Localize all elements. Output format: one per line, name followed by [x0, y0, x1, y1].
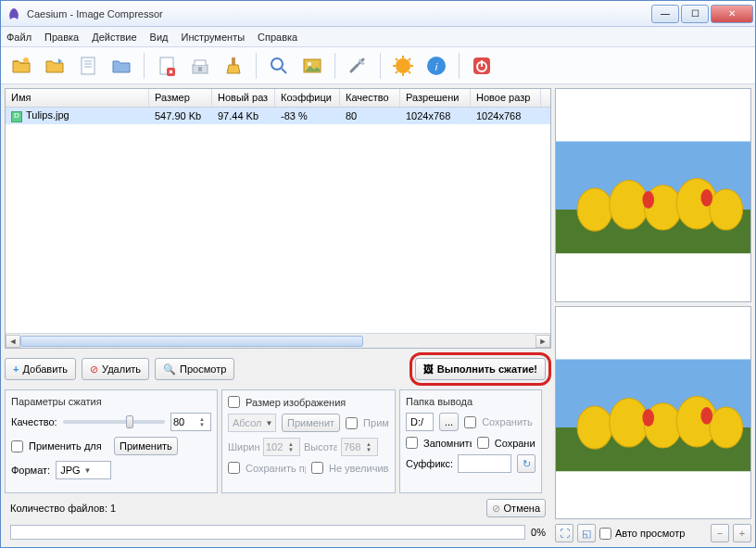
keep-ratio-checkbox[interactable]	[228, 462, 240, 474]
apply-all-checkbox[interactable]	[11, 440, 23, 452]
cell-ratio: -83 %	[275, 109, 340, 122]
settings-icon[interactable]	[343, 51, 372, 81]
horizontal-scrollbar[interactable]: ◄ ►	[6, 333, 550, 348]
svg-point-13	[308, 62, 311, 66]
preview-controls: ⛶ ◱ Авто просмотр − +	[555, 523, 751, 543]
picture-icon[interactable]	[297, 51, 327, 81]
browse-button[interactable]: ...	[439, 413, 459, 431]
close-button[interactable]: ✕	[711, 5, 753, 23]
add-button[interactable]: +Добавить	[5, 358, 76, 380]
remember-checkbox[interactable]	[406, 437, 418, 449]
cell-res: 1024x768	[400, 109, 471, 122]
menubar: Файл Правка Действие Вид Инструменты Спр…	[1, 27, 755, 47]
preview-button[interactable]: 🔍Просмотр	[155, 358, 234, 380]
maximize-button[interactable]: ☐	[681, 5, 709, 23]
quality-spinner[interactable]: 80▲▼	[170, 413, 211, 431]
zoom-out-icon[interactable]: −	[711, 524, 729, 542]
height-label: Высота	[304, 441, 337, 452]
suffix-input[interactable]	[458, 454, 511, 473]
file-list: Имя Размер Новый раз Коэффици Качество Р…	[5, 88, 551, 349]
col-newsize[interactable]: Новый раз	[212, 89, 275, 107]
fit-window-icon[interactable]: ◱	[577, 524, 596, 542]
progress-percent: 0%	[531, 527, 546, 538]
preview-original	[555, 88, 751, 302]
resize-apply-checkbox[interactable]	[346, 417, 358, 429]
menu-help[interactable]: Справка	[258, 32, 297, 43]
image-icon: 🖼	[423, 363, 434, 375]
suffix-label: Суффикс:	[406, 458, 452, 469]
zoom-icon[interactable]	[264, 51, 294, 81]
output-panel: Папка вывода ... Сохранить стр Запомнить…	[399, 389, 542, 493]
zoom-in-icon[interactable]: +	[733, 524, 751, 542]
progress-bar	[10, 525, 525, 540]
width-spinner[interactable]: 102▲▼	[263, 438, 300, 456]
fit-width-icon[interactable]: ⛶	[555, 524, 573, 542]
suffix-reset-button[interactable]: ↻	[517, 454, 536, 473]
col-quality[interactable]: Качество	[340, 89, 400, 107]
quality-label: Качество:	[11, 416, 57, 427]
compress-button[interactable]: 🖼Выполнить сжатие!	[415, 358, 546, 380]
svg-point-31	[577, 188, 612, 231]
svg-point-45	[710, 406, 743, 447]
svg-rect-8	[198, 67, 202, 71]
output-path-input[interactable]	[406, 413, 434, 431]
window-title: Caesium - Image Compressor	[27, 8, 651, 19]
svg-rect-1	[82, 57, 94, 74]
menu-file[interactable]: Файл	[6, 32, 32, 43]
height-spinner[interactable]: 768▲▼	[341, 438, 378, 456]
svg-line-11	[282, 69, 286, 73]
file-count-label: Количество файлов: 1	[10, 503, 116, 514]
col-newres[interactable]: Новое разр	[471, 89, 541, 107]
no-enlarge-checkbox[interactable]	[311, 462, 323, 474]
cell-size: 547.90 Kb	[149, 109, 212, 122]
svg-point-10	[271, 58, 283, 70]
resize-checkbox[interactable]	[228, 396, 240, 408]
titlebar: Caesium - Image Compressor — ☐ ✕	[1, 1, 755, 27]
format-select[interactable]: JPG▼	[56, 461, 111, 479]
apply-button[interactable]: Применить	[114, 437, 178, 455]
svg-rect-9	[232, 57, 235, 65]
svg-point-0	[23, 57, 29, 63]
file-type-icon	[11, 111, 22, 122]
menu-tools[interactable]: Инструменты	[181, 32, 245, 43]
clear-icon[interactable]	[219, 51, 248, 81]
keep-struct-checkbox[interactable]	[464, 416, 476, 428]
resize-apply-button[interactable]: Применит	[282, 414, 340, 432]
svg-point-14	[396, 58, 410, 73]
quality-slider[interactable]	[63, 420, 165, 424]
auto-preview-checkbox[interactable]	[599, 528, 611, 540]
remove-button[interactable]: ⊘Удалить	[82, 358, 149, 380]
col-name[interactable]: Имя	[6, 89, 149, 107]
menu-view[interactable]: Вид	[150, 32, 169, 43]
exit-icon[interactable]	[467, 51, 497, 81]
table-row[interactable]: Tulips.jpg 547.90 Kb 97.44 Kb -83 % 80 1…	[6, 108, 550, 124]
format-label: Формат:	[11, 465, 50, 476]
svg-point-32	[610, 181, 649, 230]
menu-action[interactable]: Действие	[92, 32, 136, 43]
col-res[interactable]: Разрешени	[400, 89, 471, 107]
update-icon[interactable]	[388, 51, 418, 81]
save-in-checkbox[interactable]	[477, 437, 489, 449]
open-file-icon[interactable]	[6, 51, 36, 81]
plus-icon: +	[13, 363, 19, 375]
toolbar: i	[1, 47, 755, 84]
magnifier-icon: 🔍	[163, 363, 176, 376]
col-ratio[interactable]: Коэффици	[275, 89, 340, 107]
open-list-icon[interactable]	[73, 51, 103, 81]
col-size[interactable]: Размер	[149, 89, 212, 107]
folder-icon[interactable]	[107, 51, 136, 81]
resize-mode-select[interactable]: Абсол▼	[228, 414, 276, 432]
info-icon[interactable]: i	[422, 51, 451, 81]
svg-point-36	[642, 191, 654, 209]
save-list-icon[interactable]	[185, 51, 215, 81]
cell-name: Tulips.jpg	[26, 109, 69, 121]
app-window: Caesium - Image Compressor — ☐ ✕ Файл Пр…	[0, 0, 756, 548]
compression-panel: Параметры сжатия Качество: 80▲▼ Применит…	[5, 389, 218, 493]
minimize-button[interactable]: —	[651, 5, 679, 23]
cell-quality: 80	[340, 109, 400, 122]
remove-icon[interactable]	[152, 51, 182, 81]
svg-line-19	[396, 58, 397, 60]
cancel-button[interactable]: ⊘Отмена	[486, 499, 546, 517]
menu-edit[interactable]: Правка	[44, 32, 79, 43]
open-folder-icon[interactable]	[40, 51, 69, 81]
